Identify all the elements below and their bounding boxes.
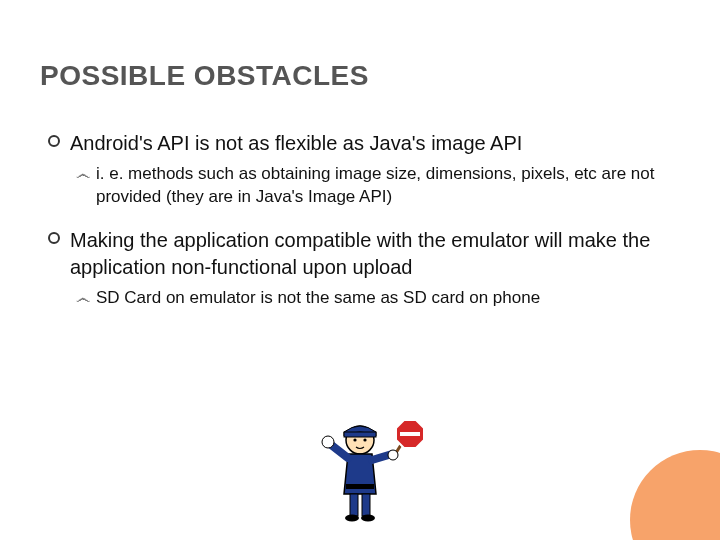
sub-bullet-text: i. e. methods such as obtaining image si…	[96, 163, 660, 209]
bullet-item: Android's API is not as flexible as Java…	[48, 130, 660, 157]
sub-bullet-item: ෴ SD Card on emulator is not the same as…	[76, 287, 660, 310]
slide-title: POSSIBLE OBSTACLES	[40, 60, 369, 92]
sub-bullet-text: SD Card on emulator is not the same as S…	[96, 287, 540, 310]
swirl-bullet-icon: ෴	[76, 165, 90, 183]
svg-point-9	[322, 436, 334, 448]
svg-rect-12	[400, 432, 420, 436]
circle-bullet-icon	[48, 232, 60, 244]
circle-bullet-icon	[48, 135, 60, 147]
svg-point-13	[388, 450, 398, 460]
decorative-circle	[630, 450, 720, 540]
bullet-item: Making the application compatible with t…	[48, 227, 660, 281]
content-area: Android's API is not as flexible as Java…	[48, 130, 660, 328]
bullet-text: Making the application compatible with t…	[70, 227, 660, 281]
svg-rect-4	[346, 484, 374, 489]
svg-point-8	[361, 515, 375, 522]
svg-point-7	[345, 515, 359, 522]
sub-bullet-item: ෴ i. e. methods such as obtaining image …	[76, 163, 660, 209]
svg-point-2	[353, 438, 356, 441]
svg-rect-6	[362, 494, 370, 516]
bullet-text: Android's API is not as flexible as Java…	[70, 130, 522, 157]
svg-rect-1	[344, 432, 376, 437]
svg-point-3	[363, 438, 366, 441]
swirl-bullet-icon: ෴	[76, 289, 90, 307]
svg-rect-5	[350, 494, 358, 516]
policeman-stop-illustration	[300, 414, 440, 524]
